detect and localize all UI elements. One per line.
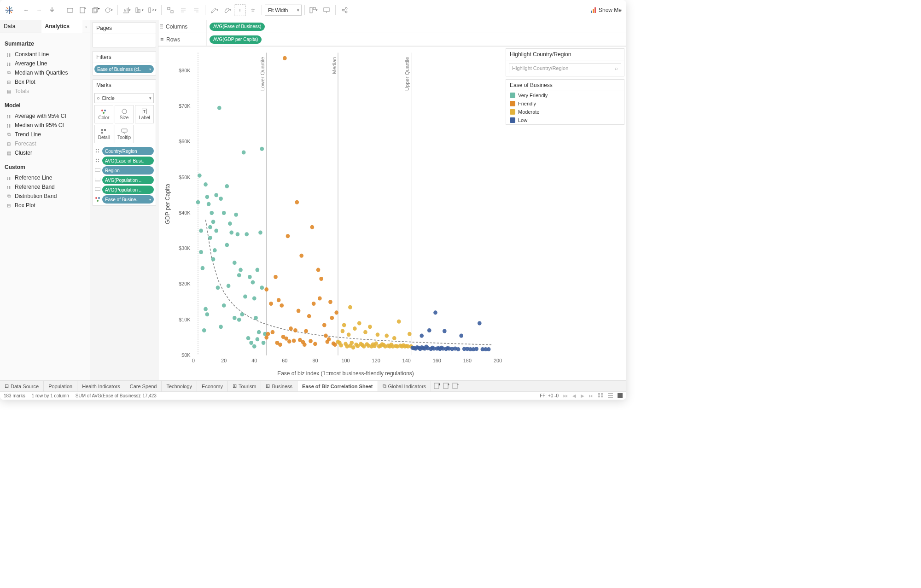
analytics-item[interactable]: ⫿⫿Reference Line <box>5 173 85 182</box>
sort-desc-icon[interactable]: ×▾ <box>146 4 158 16</box>
svg-point-171 <box>312 302 316 306</box>
legend-item[interactable]: Low <box>506 116 624 124</box>
sheet-tab[interactable]: ⊞Tourism <box>228 381 262 391</box>
marks-pill[interactable]: Country/Region <box>102 147 154 155</box>
view-grid-icon[interactable] <box>598 393 603 399</box>
sheet-tab[interactable]: Technology <box>162 381 197 391</box>
new-worksheet-icon[interactable]: + <box>434 383 440 390</box>
analytics-item[interactable]: ⫿⫿Reference Band <box>5 182 85 192</box>
analytics-item[interactable]: ⫿⫿Average Line <box>5 59 85 68</box>
marks-label-button[interactable]: TLabel <box>135 105 154 123</box>
presentation-icon[interactable] <box>321 4 332 16</box>
share-icon[interactable] <box>338 4 350 16</box>
collapse-side-panel-icon[interactable]: ‹ <box>82 20 90 33</box>
sheet-tab[interactable]: ⧉Global Indicators <box>378 381 431 391</box>
marks-tooltip-button[interactable]: Tooltip <box>115 125 134 143</box>
svg-text:40: 40 <box>251 358 257 363</box>
analytics-item[interactable]: ⧉Trend Line <box>5 130 85 139</box>
swap-icon[interactable]: ▾ <box>121 4 133 16</box>
nav-prev-icon[interactable]: ◀ <box>572 393 576 398</box>
sort-asc-icon[interactable]: ▾ <box>134 4 146 16</box>
marks-pill[interactable]: Region <box>102 166 154 175</box>
svg-point-264 <box>459 334 463 338</box>
nav-next-icon[interactable]: ▶ <box>581 393 584 398</box>
analytics-item[interactable]: ⫿⫿Median with 95% CI <box>5 121 85 130</box>
highlight-icon[interactable]: ▾ <box>208 4 220 16</box>
svg-point-121 <box>237 318 241 322</box>
sheet-tab[interactable]: ⊞Business <box>261 381 297 391</box>
marks-color-button[interactable]: Color <box>94 105 113 123</box>
marks-size-button[interactable]: Size <box>115 105 134 123</box>
legend-item[interactable]: Very Friendly <box>506 91 624 99</box>
svg-rect-26 <box>324 8 329 12</box>
save-button[interactable] <box>46 4 58 16</box>
marks-detail-button[interactable]: Detail <box>94 125 113 143</box>
analytics-item[interactable]: ▤Totals <box>5 87 85 96</box>
new-story-icon[interactable]: + <box>452 383 459 390</box>
analytics-item[interactable]: ⫿⫿Constant Line <box>5 50 85 59</box>
marks-card: Marks ○Circle ColorSizeTLabelDetailToolt… <box>92 79 156 206</box>
highlighter-input[interactable]: Highlight Country/Region <box>509 63 621 73</box>
sheet-tab[interactable]: Care Spend <box>125 381 162 391</box>
format-icon[interactable] <box>190 4 202 16</box>
sheet-tab[interactable]: Population <box>44 381 77 391</box>
marks-pill[interactable]: AVG(Population .. <box>102 176 154 184</box>
marks-pill[interactable]: AVG(Population .. <box>102 186 154 194</box>
analytics-item[interactable]: ⊟Forecast <box>5 139 85 148</box>
columns-pill[interactable]: AVG(Ease of Business) <box>210 23 265 31</box>
nav-first-icon[interactable]: ⏮ <box>563 393 568 398</box>
nav-last-icon[interactable]: ⏭ <box>589 393 594 398</box>
legend-item[interactable]: Friendly <box>506 99 624 108</box>
analytics-item[interactable]: ⧉Median with Quartiles <box>5 68 85 77</box>
analytics-item[interactable]: ▤Cluster <box>5 148 85 157</box>
svg-text:$10K: $10K <box>179 317 191 322</box>
sheet-tab[interactable]: Economy <box>197 381 228 391</box>
filter-pill[interactable]: Ease of Business (cl..▾ <box>94 65 154 73</box>
svg-point-97 <box>207 202 211 206</box>
forward-button[interactable]: → <box>33 4 45 16</box>
tab-data[interactable]: Data <box>0 20 41 33</box>
new-worksheet-icon[interactable]: + <box>77 4 89 16</box>
sheet-tab[interactable]: Ease of Biz Correlation Sheet <box>297 381 378 391</box>
legend-item[interactable]: Moderate <box>506 108 624 116</box>
show-me-button[interactable]: Show Me <box>590 7 622 13</box>
svg-point-119 <box>234 213 238 217</box>
rows-shelf[interactable]: ≡Rows AVG(GDP per Capita) <box>158 33 626 46</box>
sheet-tab[interactable]: Health Indicators <box>77 381 125 391</box>
text-icon[interactable]: T <box>234 4 246 16</box>
tab-analytics[interactable]: Analytics <box>41 20 83 33</box>
svg-point-257 <box>443 329 447 333</box>
separator <box>262 5 262 15</box>
svg-point-166 <box>303 343 307 347</box>
new-data-source-icon[interactable] <box>64 4 76 16</box>
marks-pill[interactable]: AVG(Ease of Busi.. <box>102 157 154 165</box>
show-cards-icon[interactable]: ▾ <box>308 4 320 16</box>
rows-pill[interactable]: AVG(GDP per Capita) <box>210 35 262 44</box>
columns-shelf[interactable]: ⦙⦙⦙Columns AVG(Ease of Business) <box>158 20 626 33</box>
marks-type-select[interactable]: ○Circle <box>94 93 154 103</box>
svg-rect-33 <box>591 11 592 13</box>
analytics-item-icon: ⧉ <box>6 70 12 76</box>
attachment-icon[interactable]: ▾ <box>221 4 233 16</box>
svg-rect-43 <box>122 129 127 132</box>
duplicate-icon[interactable]: ▾ <box>90 4 102 16</box>
analytics-item[interactable]: ⊟Box Plot <box>5 201 85 210</box>
svg-rect-40 <box>101 129 103 131</box>
fit-select[interactable]: Fit Width <box>265 5 302 16</box>
svg-rect-12 <box>136 8 138 12</box>
view-full-icon[interactable] <box>618 393 623 399</box>
analytics-item[interactable]: ⊟Box Plot <box>5 77 85 87</box>
view-list-icon[interactable] <box>608 393 613 399</box>
new-dashboard-icon[interactable]: + <box>443 383 449 390</box>
pin-icon[interactable]: ☆ <box>247 4 259 16</box>
back-button[interactable]: ← <box>20 4 32 16</box>
sheet-tab[interactable]: ⊟Data Source <box>0 381 44 391</box>
show-labels-icon[interactable] <box>177 4 189 16</box>
refresh-icon[interactable]: ▾ <box>103 4 115 16</box>
chart-area[interactable]: $0K$10K$20K$30K$40K$50K$60K$70K$80K02040… <box>158 47 504 380</box>
analytics-item[interactable]: ⫿⫿Average with 95% CI <box>5 111 85 121</box>
analytics-item[interactable]: ⧉Distribution Band <box>5 192 85 201</box>
marks-pill[interactable]: Ease of Busine..▾ <box>102 195 154 204</box>
group-icon[interactable] <box>164 4 176 16</box>
analytics-item-icon: ⫿⫿ <box>6 61 12 66</box>
